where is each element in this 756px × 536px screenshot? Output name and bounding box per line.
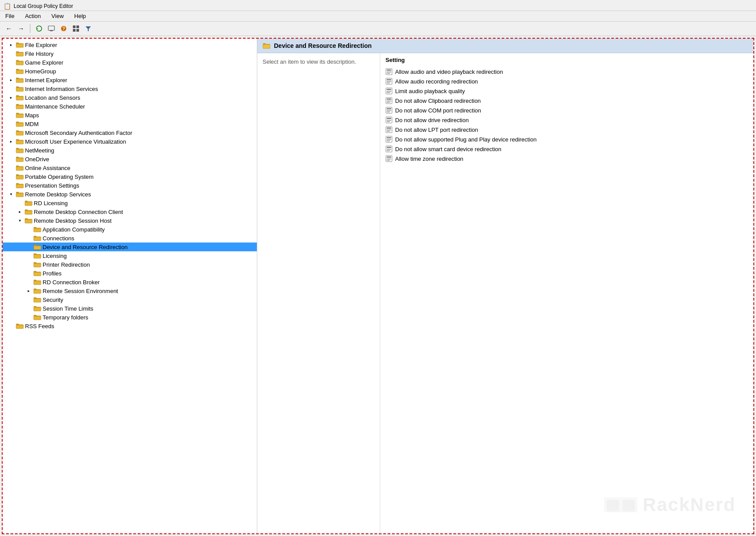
svg-rect-19 xyxy=(387,91,391,92)
expander-rd-session-host[interactable]: ▾ xyxy=(16,217,23,224)
view-button[interactable] xyxy=(71,23,81,34)
expander-remote-session-env[interactable]: ▸ xyxy=(25,287,32,294)
tree-item-netmeeting[interactable]: NetMeeting xyxy=(3,146,257,155)
filter-button[interactable] xyxy=(83,23,94,34)
tree-item-remote-session-env[interactable]: ▸ Remote Session Environment xyxy=(3,286,257,295)
expander-rd-connection-client[interactable]: ▸ xyxy=(16,208,23,215)
expander-location-sensors[interactable]: ▸ xyxy=(7,94,14,101)
tree-item-ms-user-exp-virt[interactable]: ▸ Microsoft User Experience Virtualizati… xyxy=(3,137,257,146)
expander-placeholder-netmeeting xyxy=(7,147,14,154)
tree-label-rd-connection-client: Remote Desktop Connection Client xyxy=(34,209,123,215)
tree-label-temp-folders: Temporary folders xyxy=(43,314,88,321)
monitor-button[interactable] xyxy=(46,23,57,34)
menu-file[interactable]: File xyxy=(4,12,16,20)
tree-item-temp-folders[interactable]: Temporary folders xyxy=(3,313,257,322)
tree-item-maps[interactable]: Maps xyxy=(3,111,257,120)
tree-item-mdm[interactable]: MDM xyxy=(3,120,257,128)
setting-item-1[interactable]: Allow audio recording redirection xyxy=(385,76,748,86)
tree-item-rss-feeds[interactable]: RSS Feeds xyxy=(3,322,257,330)
tree-label-session-time-limits: Session Time Limits xyxy=(43,305,94,312)
tree-item-connections[interactable]: Connections xyxy=(3,234,257,243)
tree-item-game-explorer[interactable]: Game Explorer xyxy=(3,58,257,67)
setting-item-8[interactable]: Do not allow smart card device redirecti… xyxy=(385,144,748,154)
tree-label-rd-connection-broker: RD Connection Broker xyxy=(43,279,100,286)
tree-item-session-time-limits[interactable]: Session Time Limits xyxy=(3,304,257,313)
setting-item-0[interactable]: Allow audio and video playback redirecti… xyxy=(385,67,748,76)
setting-icon-8 xyxy=(385,145,392,152)
tree-item-file-explorer[interactable]: ▸ File Explorer xyxy=(3,40,257,49)
tree-item-internet-info-services[interactable]: Internet Information Services xyxy=(3,84,257,93)
setting-label-7: Do not allow supported Plug and Play dev… xyxy=(395,136,536,143)
setting-icon-1 xyxy=(385,78,392,85)
expander-internet-explorer[interactable]: ▸ xyxy=(7,76,14,83)
tree-panel[interactable]: ▸ File Explorer File History Game Explor… xyxy=(3,39,257,533)
setting-item-6[interactable]: Do not allow LPT port redirection xyxy=(385,125,748,134)
folder-icon-maps xyxy=(16,112,24,118)
tree-item-application-compat[interactable]: Application Compatibility xyxy=(3,225,257,234)
svg-text:?: ? xyxy=(62,26,65,31)
expander-file-explorer[interactable]: ▸ xyxy=(7,41,14,48)
expander-placeholder-onedrive xyxy=(7,156,14,163)
forward-button[interactable]: → xyxy=(16,23,26,34)
tree-item-rd-connection-broker[interactable]: RD Connection Broker xyxy=(3,278,257,286)
refresh-button[interactable] xyxy=(34,23,44,34)
setting-label-3: Do not allow Clipboard redirection xyxy=(395,98,481,104)
tree-item-device-resource-redir[interactable]: Device and Resource Redirection xyxy=(3,243,257,251)
folder-icon-ms-secondary-auth xyxy=(16,130,24,136)
tree-item-file-history[interactable]: File History xyxy=(3,49,257,58)
app-title: Local Group Policy Editor xyxy=(14,3,73,9)
back-button[interactable]: ← xyxy=(4,23,14,34)
setting-item-9[interactable]: Allow time zone redirection xyxy=(385,154,748,163)
tree-label-file-history: File History xyxy=(25,51,54,57)
tree-item-remote-desktop-services[interactable]: ▾ Remote Desktop Services xyxy=(3,190,257,199)
setting-icon-6 xyxy=(385,126,392,133)
folder-icon-remote-desktop-services xyxy=(16,191,24,197)
tree-item-rd-licensing[interactable]: RD Licensing xyxy=(3,199,257,207)
menu-help[interactable]: Help xyxy=(72,12,88,20)
setting-item-7[interactable]: Do not allow supported Plug and Play dev… xyxy=(385,134,748,144)
tree-label-portable-os: Portable Operating System xyxy=(25,174,94,180)
tree-item-internet-explorer[interactable]: ▸ Internet Explorer xyxy=(3,76,257,84)
tree-item-presentation-settings[interactable]: Presentation Settings xyxy=(3,181,257,190)
tree-item-onedrive[interactable]: OneDrive xyxy=(3,155,257,163)
folder-icon-portable-os xyxy=(16,174,24,180)
expander-placeholder-online-assistance xyxy=(7,164,14,171)
help-icon-button[interactable]: ? xyxy=(58,23,69,34)
menu-action[interactable]: Action xyxy=(23,12,43,20)
tree-item-portable-os[interactable]: Portable Operating System xyxy=(3,172,257,181)
tree-item-maintenance-scheduler[interactable]: Maintenance Scheduler xyxy=(3,102,257,111)
tree-label-application-compat: Application Compatibility xyxy=(43,226,105,233)
tree-label-presentation-settings: Presentation Settings xyxy=(25,182,79,189)
tree-item-licensing[interactable]: Licensing xyxy=(3,251,257,260)
tree-item-printer-redirection[interactable]: Printer Redirection xyxy=(3,260,257,269)
folder-icon-internet-info-services xyxy=(16,86,24,92)
tree-item-ms-secondary-auth[interactable]: Microsoft Secondary Authentication Facto… xyxy=(3,128,257,137)
tree-label-maps: Maps xyxy=(25,112,39,119)
tree-item-location-sensors[interactable]: ▸ Location and Sensors xyxy=(3,93,257,102)
setting-item-4[interactable]: Do not allow COM port redirection xyxy=(385,105,748,115)
expander-remote-desktop-services[interactable]: ▾ xyxy=(7,191,14,198)
expander-placeholder-rss-feeds xyxy=(7,322,14,330)
expander-ms-user-exp-virt[interactable]: ▸ xyxy=(7,138,14,145)
tree-item-homegroup[interactable]: HomeGroup xyxy=(3,67,257,76)
svg-rect-23 xyxy=(387,101,391,101)
expander-placeholder-temp-folders xyxy=(25,314,32,321)
tree-item-rd-connection-client[interactable]: ▸ Remote Desktop Connection Client xyxy=(3,207,257,216)
folder-icon-internet-explorer xyxy=(16,77,24,83)
expander-placeholder-file-history xyxy=(7,50,14,57)
folder-icon-rss-feeds xyxy=(16,323,24,329)
right-panel: Device and Resource Redirection Select a… xyxy=(257,39,753,533)
setting-item-5[interactable]: Do not allow drive redirection xyxy=(385,115,748,125)
tree-item-security[interactable]: Security xyxy=(3,295,257,304)
setting-label-6: Do not allow LPT port redirection xyxy=(395,127,478,133)
tree-item-online-assistance[interactable]: Online Assistance xyxy=(3,163,257,172)
tree-label-internet-info-services: Internet Information Services xyxy=(25,86,98,92)
folder-icon-connections xyxy=(33,235,41,241)
setting-label-5: Do not allow drive redirection xyxy=(395,117,469,123)
menu-view[interactable]: View xyxy=(50,12,65,20)
setting-item-3[interactable]: Do not allow Clipboard redirection xyxy=(385,96,748,105)
tree-item-rd-session-host[interactable]: ▾ Remote Desktop Session Host xyxy=(3,216,257,225)
tree-item-profiles[interactable]: Profiles xyxy=(3,269,257,278)
setting-item-2[interactable]: Limit audio playback quality xyxy=(385,86,748,96)
title-bar: 📋 Local Group Policy Editor xyxy=(0,0,756,11)
